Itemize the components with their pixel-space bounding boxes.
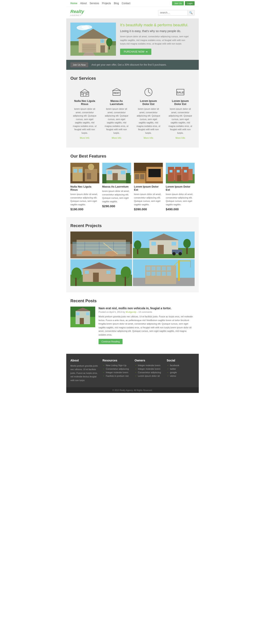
google-link[interactable]: google [170,371,177,374]
feature-text-1: lorem ipsum dolor sit amet, consectetur … [70,192,100,206]
svg-rect-44 [112,173,118,180]
footer-resources-link-2: → Consectetur adipiscing [102,368,130,370]
join-now-button[interactable]: Join Us Now [70,62,88,67]
footer-resources-link-1: → New Listing Sign-Up [102,364,130,366]
footer-social-link-2: → twitter [167,368,194,370]
service-name-2: Massa As Laorretum [104,99,129,106]
project-item-3[interactable] [70,259,132,286]
nav-home[interactable]: Home [70,2,77,5]
svg-rect-62 [169,170,172,172]
svg-rect-22 [81,93,83,94]
facebook-link[interactable]: facebook [170,364,179,366]
svg-text:SALE: SALE [177,91,184,94]
features-title: Our Best Features [70,154,194,158]
service-link-4[interactable]: More Info [176,136,185,139]
search-button[interactable]: 🔍 [187,10,194,15]
twitter-link[interactable]: twitter [170,368,176,370]
svg-rect-45 [107,170,112,174]
svg-rect-61 [182,167,188,181]
service-link-2[interactable]: More Info [112,136,121,139]
purchase-label: PURCHASE NOW [124,50,144,53]
service-text-4: lorem ipsum dolor sit amet, consectetur … [168,107,192,134]
svg-rect-95 [83,268,116,282]
svg-rect-117 [178,260,180,281]
resource-link-1[interactable]: New Listing Sign-Up [106,364,126,366]
svg-rect-126 [76,312,80,315]
svg-rect-65 [177,175,181,181]
svg-rect-113 [151,272,156,276]
purchase-button[interactable]: PURCHASE NOW ➜ [120,49,151,55]
service-item-1: Nulla Nec Ligula Risus lorem ipsum dolor… [70,85,99,142]
svg-point-87 [134,240,142,250]
post-title-1: Nam erat nisl, mollis non vehicula in, f… [98,306,194,310]
nav-projects[interactable]: Projects [102,2,111,5]
owner-link-4[interactable]: Lorem ipsum dolor sit [138,375,160,377]
service-item-2: RENT Massa As Laorretum lorem ipsum dolo… [102,85,131,142]
viemo-link[interactable]: viemo [170,375,176,377]
project-item-4[interactable] [133,259,194,286]
owner-link-1[interactable]: Integer molestie lorem [138,364,160,366]
owner-arrow-1: → [134,364,137,366]
service-link-1[interactable]: More Info [80,136,90,139]
social-arrow-3: → [167,371,169,374]
services-title: Our Services [70,76,194,81]
svg-rect-125 [80,318,84,324]
logo-bottom: AGENCY [70,14,84,16]
service-icon-4: SALE [175,87,186,97]
service-link-3[interactable]: More Info [144,136,153,139]
svg-rect-9 [82,44,96,52]
feature-image-3 [134,163,163,184]
nav-buttons: Join Us Login [172,1,194,6]
feature-price-1: $190.000 [70,208,100,211]
login-button[interactable]: Login [185,1,194,6]
footer-social: Social → facebook → twitter → google → v… [167,359,194,382]
feature-text-2: lorem ipsum dolor sit amet, consectetur … [102,190,131,203]
svg-rect-48 [126,173,130,184]
feature-name-4: Lorem Ipsum Dolor Est [166,185,195,191]
service-item-4: SALE Lorem Ipsum Dolor Est lorem ipsum d… [166,85,194,142]
projects-section: Recent Projects [66,217,199,292]
search-input[interactable] [158,10,187,15]
project-item-2[interactable] [133,232,194,258]
footer-social-link-3: → google [167,371,194,374]
svg-rect-63 [176,170,180,172]
footer-resources-link-4: → Facilisis in pretium nisl [102,375,130,377]
footer-owners-link-1: → Integer molestie lorem [134,364,162,366]
owner-link-2[interactable]: Integer molestie lorem [138,368,160,370]
service-item-3: Lorem Ipsum Dolor Est lorem ipsum dolor … [134,85,163,142]
project-item-1[interactable] [70,232,132,258]
nav-about[interactable]: About [80,2,86,5]
svg-rect-127 [86,312,90,315]
footer-resources: Resources → New Listing Sign-Up → Consec… [102,359,130,382]
svg-point-92 [179,252,182,256]
post-author-1[interactable]: M-elgendy [126,311,136,313]
svg-rect-59 [168,167,174,181]
nav-contact[interactable]: Contact [122,2,130,5]
hero-subtitle: Loving it is easy, that's why so many pe… [120,30,194,33]
post-image-1 [70,306,95,327]
projects-title: Recent Projects [70,223,194,228]
footer-owners-link-3: → Consectetur adipiscing [134,371,162,374]
svg-rect-101 [75,278,76,286]
footer-owners-link-4: → Lorem ipsum dolor sit [134,375,162,377]
social-arrow-2: → [167,368,169,370]
nav-services[interactable]: Services [90,2,99,5]
nav-blog[interactable]: Blog [114,2,119,5]
service-text-1: lorem ipsum dolor sit amet, consectetur … [72,107,97,134]
svg-marker-20 [80,89,89,92]
svg-rect-46 [121,170,125,174]
owner-link-3[interactable]: Consectetur adipiscing [138,371,161,374]
svg-rect-103 [125,277,126,286]
purchase-icon: ➜ [146,50,148,53]
feature-price-2: $290.000 [102,204,131,208]
header: Realty AGENCY 🔍 [66,7,199,18]
continue-reading-button[interactable]: Continue Reading [98,339,122,344]
resource-link-4[interactable]: Facilisis in pretium nisl [106,375,128,377]
bottom-bar: © 2013 Realty Agency. All Rights Reserve… [66,387,199,393]
service-icon-1 [80,87,90,97]
arrow-icon-1: → [102,364,104,366]
resource-link-3[interactable]: Integer molestie lorem [106,371,128,374]
join-us-button[interactable]: Join Us [172,1,184,6]
post-comments-1: 13 comments [138,311,152,313]
resource-link-2[interactable]: Consectetur adipiscing [106,368,129,370]
